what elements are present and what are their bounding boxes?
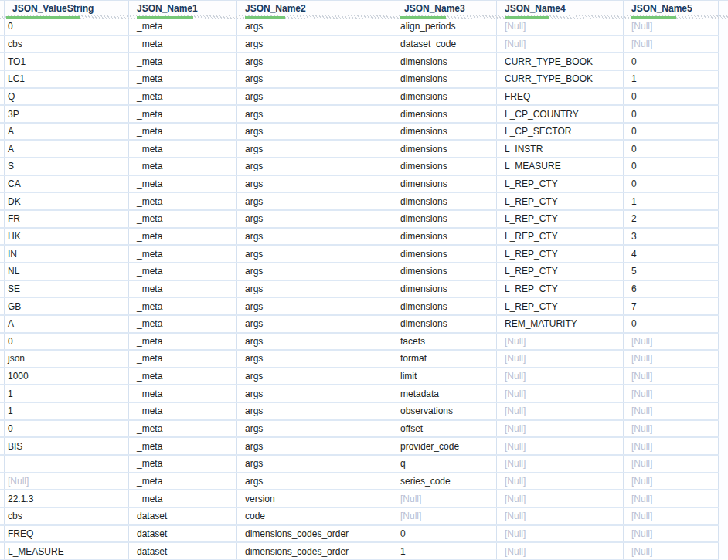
table-cell[interactable]: _meta xyxy=(129,211,237,227)
table-cell[interactable]: [Null] xyxy=(624,456,719,472)
table-row[interactable]: HK_metaargsdimensionsL_REP_CTY3 xyxy=(0,229,719,246)
table-row[interactable]: 0_metaargsoffset[Null][Null] xyxy=(0,421,719,439)
table-cell[interactable]: L_REP_CTY xyxy=(497,263,624,280)
table-cell[interactable]: dimensions xyxy=(396,124,497,140)
column-header-json-name1[interactable]: JSON_Name1 xyxy=(129,1,237,19)
table-cell[interactable]: [Null] xyxy=(624,508,719,524)
table-cell[interactable]: NL xyxy=(5,263,129,280)
table-cell[interactable]: [Null] xyxy=(497,543,624,559)
table-cell[interactable]: [Null] xyxy=(624,421,719,437)
table-cell[interactable]: _meta xyxy=(129,385,237,402)
table-cell[interactable]: _meta xyxy=(129,438,237,454)
table-cell[interactable]: dimensions_codes_order xyxy=(237,543,396,559)
table-cell[interactable]: [Null] xyxy=(624,473,719,490)
table-cell[interactable]: series_code xyxy=(396,473,497,490)
table-cell[interactable]: [Null] xyxy=(624,526,719,542)
table-cell[interactable]: _meta xyxy=(129,263,237,280)
table-cell[interactable]: args xyxy=(237,263,396,280)
table-cell[interactable]: [Null] xyxy=(396,508,497,524)
table-row[interactable]: json_metaargsformat[Null][Null] xyxy=(0,351,719,368)
table-cell[interactable]: REM_MATURITY xyxy=(497,316,624,332)
table-row[interactable]: [Null]_metaargsseries_code[Null][Null] xyxy=(0,473,719,491)
column-header-json-name3[interactable]: JSON_Name3 xyxy=(396,1,497,19)
table-cell[interactable]: _meta xyxy=(129,403,237,419)
table-row[interactable]: _metaargsq[Null][Null] xyxy=(0,456,719,473)
table-cell[interactable]: args xyxy=(237,403,396,419)
table-cell[interactable]: code xyxy=(237,508,396,524)
table-cell[interactable]: args xyxy=(237,298,396,314)
table-cell[interactable]: L_REP_CTY xyxy=(497,281,624,297)
table-cell[interactable]: dimensions xyxy=(396,71,497,87)
table-cell[interactable]: dataset xyxy=(129,526,237,542)
table-cell[interactable]: dimensions xyxy=(396,141,497,157)
table-cell[interactable]: 3 xyxy=(624,229,719,245)
table-cell[interactable]: args xyxy=(237,19,396,35)
table-cell[interactable]: dimensions xyxy=(396,53,497,70)
table-cell[interactable]: L_REP_CTY xyxy=(497,193,624,209)
table-cell[interactable]: 0 xyxy=(396,526,497,542)
table-cell[interactable]: [Null] xyxy=(624,385,719,402)
table-cell[interactable]: facets xyxy=(396,334,497,350)
table-cell[interactable]: _meta xyxy=(129,141,237,157)
table-cell[interactable]: _meta xyxy=(129,351,237,367)
table-row[interactable]: A_metaargsdimensionsL_CP_SECTOR0 xyxy=(0,124,719,141)
table-cell[interactable]: [Null] xyxy=(497,456,624,472)
table-cell[interactable]: HK xyxy=(5,229,129,245)
table-cell[interactable]: 4 xyxy=(624,246,719,262)
table-cell[interactable]: _meta xyxy=(129,298,237,314)
table-row[interactable]: A_metaargsdimensionsL_INSTR0 xyxy=(0,141,719,158)
table-cell[interactable]: _meta xyxy=(129,19,237,35)
table-cell[interactable]: dimensions xyxy=(396,211,497,227)
table-cell[interactable]: [Null] xyxy=(497,334,624,350)
table-row[interactable]: FREQdatasetdimensions_codes_order0[Null]… xyxy=(0,526,719,544)
table-cell[interactable]: [Null] xyxy=(624,368,719,385)
table-cell[interactable]: args xyxy=(237,473,396,490)
table-cell[interactable]: BIS xyxy=(5,438,129,454)
table-cell[interactable]: [Null] xyxy=(497,19,624,35)
table-cell[interactable]: args xyxy=(237,53,396,70)
table-cell[interactable]: format xyxy=(396,351,497,367)
table-cell[interactable]: L_REP_CTY xyxy=(497,229,624,245)
table-cell[interactable]: args xyxy=(237,246,396,262)
table-cell[interactable]: dataset_code xyxy=(396,36,497,53)
table-cell[interactable]: Q xyxy=(5,89,129,105)
table-cell[interactable]: TO1 xyxy=(5,53,129,70)
table-row[interactable]: LC1_metaargsdimensionsCURR_TYPE_BOOK1 xyxy=(0,71,719,89)
table-cell[interactable]: A xyxy=(5,141,129,157)
table-cell[interactable]: [Null] xyxy=(497,421,624,437)
table-cell[interactable]: _meta xyxy=(129,456,237,472)
table-cell[interactable]: _meta xyxy=(129,281,237,297)
table-cell[interactable]: _meta xyxy=(129,124,237,140)
table-cell[interactable]: FREQ xyxy=(5,526,129,542)
table-cell[interactable]: dimensions xyxy=(396,89,497,105)
table-cell[interactable]: IN xyxy=(5,246,129,262)
table-cell[interactable]: args xyxy=(237,316,396,332)
table-cell[interactable]: [Null] xyxy=(497,526,624,542)
table-row[interactable]: Q_metaargsdimensionsFREQ0 xyxy=(0,89,719,107)
table-cell[interactable]: json xyxy=(5,351,129,367)
table-cell[interactable]: A xyxy=(5,316,129,332)
table-cell[interactable]: _meta xyxy=(129,421,237,437)
table-cell[interactable] xyxy=(5,456,129,472)
table-cell[interactable]: limit xyxy=(396,368,497,385)
table-cell[interactable]: dataset xyxy=(129,508,237,524)
column-header-json-name5[interactable]: JSON_Name5 xyxy=(624,1,719,19)
table-cell[interactable]: [Null] xyxy=(497,438,624,454)
table-cell[interactable]: 0 xyxy=(624,158,719,175)
table-cell[interactable]: L_REP_CTY xyxy=(497,246,624,262)
table-row[interactable]: IN_metaargsdimensionsL_REP_CTY4 xyxy=(0,246,719,263)
table-cell[interactable]: _meta xyxy=(129,106,237,122)
table-row[interactable]: TO1_metaargsdimensionsCURR_TYPE_BOOK0 xyxy=(0,53,719,71)
table-row[interactable]: cbs_metaargsdataset_code[Null][Null] xyxy=(0,36,719,54)
table-cell[interactable]: [Null] xyxy=(624,334,719,350)
table-cell[interactable]: q xyxy=(396,456,497,472)
table-row[interactable]: 3P_metaargsdimensionsL_CP_COUNTRY0 xyxy=(0,106,719,124)
table-cell[interactable]: L_CP_SECTOR xyxy=(497,124,624,140)
table-cell[interactable]: args xyxy=(237,106,396,122)
table-cell[interactable]: L_REP_CTY xyxy=(497,298,624,314)
table-cell[interactable]: A xyxy=(5,124,129,140)
table-cell[interactable]: _meta xyxy=(129,71,237,87)
table-cell[interactable]: align_periods xyxy=(396,19,497,35)
table-cell[interactable]: dimensions xyxy=(396,229,497,245)
table-cell[interactable]: dimensions xyxy=(396,246,497,262)
